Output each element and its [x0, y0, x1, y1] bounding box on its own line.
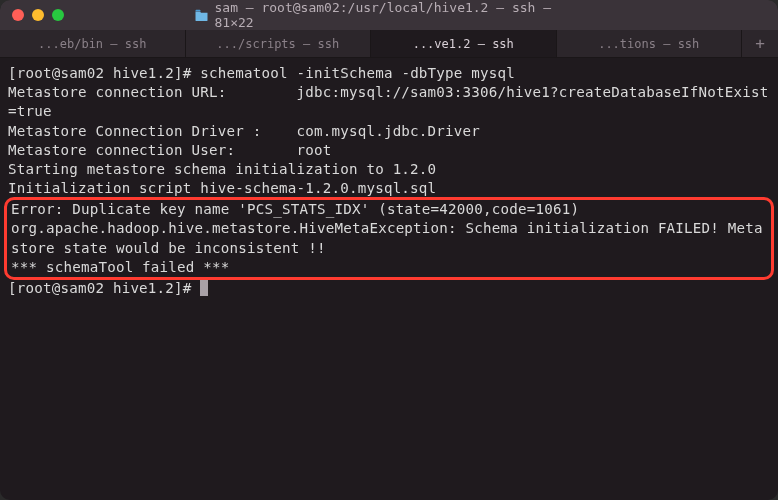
output-line: Starting metastore schema initialization… [8, 161, 436, 177]
folder-icon [195, 9, 209, 21]
tab-tions-ssh[interactable]: ...tions — ssh [557, 30, 743, 57]
tab-bar: ...eb/bin — ssh .../scripts — ssh ...ve1… [0, 30, 778, 58]
error-line: *** schemaTool failed *** [11, 259, 230, 275]
prompt: [root@sam02 hive1.2]# [8, 280, 200, 296]
window-title: sam — root@sam02:/usr/local/hive1.2 — ss… [195, 0, 584, 30]
output-line: Metastore connection User: root [8, 142, 331, 158]
window-title-text: sam — root@sam02:/usr/local/hive1.2 — ss… [215, 0, 584, 30]
terminal-output[interactable]: [root@sam02 hive1.2]# schematool -initSc… [0, 58, 778, 500]
tab-scripts-ssh[interactable]: .../scripts — ssh [186, 30, 372, 57]
cursor [200, 280, 208, 296]
error-line: Error: Duplicate key name 'PCS_STATS_IDX… [11, 201, 579, 217]
tab-eb-bin-ssh[interactable]: ...eb/bin — ssh [0, 30, 186, 57]
prompt: [root@sam02 hive1.2]# [8, 65, 200, 81]
maximize-window-button[interactable] [52, 9, 64, 21]
minimize-window-button[interactable] [32, 9, 44, 21]
close-window-button[interactable] [12, 9, 24, 21]
titlebar: sam — root@sam02:/usr/local/hive1.2 — ss… [0, 0, 778, 30]
error-line: org.apache.hadoop.hive.metastore.HiveMet… [11, 220, 763, 255]
new-tab-button[interactable]: + [742, 30, 778, 57]
output-line: Metastore Connection Driver : com.mysql.… [8, 123, 480, 139]
tab-ve12-ssh[interactable]: ...ve1.2 — ssh [371, 30, 557, 57]
command: schematool -initSchema -dbType mysql [200, 65, 515, 81]
error-highlight-box: Error: Duplicate key name 'PCS_STATS_IDX… [4, 197, 774, 280]
window-controls [12, 9, 64, 21]
output-line: Initialization script hive-schema-1.2.0.… [8, 180, 436, 196]
output-line: Metastore connection URL: jdbc:mysql://s… [8, 84, 769, 119]
